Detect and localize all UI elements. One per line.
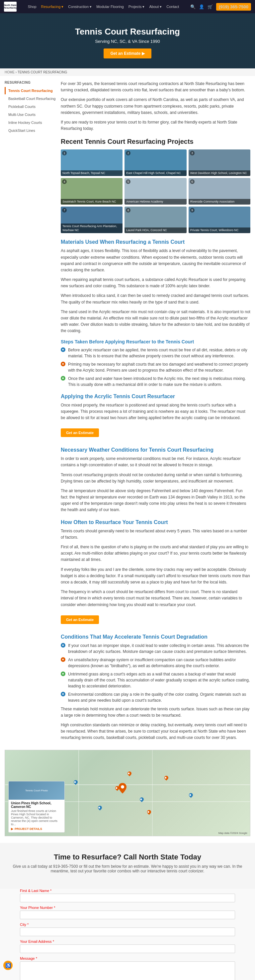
step-2-icon: ■	[61, 362, 65, 366]
condition-3: ■ Untrimmed grass along a court's edges …	[61, 671, 250, 689]
map-center-marker[interactable]	[118, 783, 126, 794]
project-label-4: SeaWatch Tennis Court, Kure Beach NC	[61, 199, 123, 205]
project-num-4: 4	[62, 179, 67, 184]
form-section: First & Last Name * Your Phone Number * …	[0, 889, 255, 980]
condition-4-icon: ■	[61, 692, 65, 697]
condition-1: ■ If your court has an improper slope, i…	[61, 643, 250, 655]
project-card-1[interactable]: 1 North Topsail Beach, Topsail NC	[61, 150, 123, 176]
projects-grid: 1 North Topsail Beach, Topsail NC 2 East…	[61, 150, 250, 233]
nav-modular[interactable]: Modular Flooring	[96, 5, 124, 9]
project-card-9[interactable]: 9 Private Tennis Court, Wilkesboro NC	[189, 207, 250, 233]
applying-p1: Once mixed properly, the resurfacer is p…	[61, 402, 250, 422]
breadcrumb-home[interactable]: HOME	[5, 70, 14, 74]
project-num-2: 2	[126, 151, 131, 156]
frequency-estimate-button[interactable]: Get an Estimate	[61, 616, 99, 624]
required-star-name: *	[50, 889, 51, 892]
map-pin-8[interactable]	[147, 809, 152, 815]
navbar: North StateResurfacing Shop Resurfacing …	[0, 0, 255, 13]
map-pin-5[interactable]	[188, 792, 194, 798]
conditions-footer-p1: These materials hold moisture and can de…	[61, 706, 250, 719]
condition-2: ■ An unsatisfactory drainage system or i…	[61, 657, 250, 669]
project-label-7: Tennis Court Resurfacing Arm Plantation,…	[61, 223, 123, 233]
accessibility-icon[interactable]: ♿	[3, 961, 13, 970]
city-label: City *	[20, 923, 235, 926]
project-card-6[interactable]: 6 Riverside Community Association	[189, 178, 250, 205]
cta-paragraph: Give us a call today at 919-365-7500 or …	[6, 864, 249, 873]
sidebar-item-pickleball[interactable]: Pickleball Courts	[5, 103, 56, 110]
frequency-p4: The frequency in which a court should be…	[61, 589, 250, 608]
condition-3-text: Untrimmed grass along a court's edges ac…	[68, 671, 250, 689]
frequency-p1: Tennis courts should generally need to b…	[61, 528, 250, 541]
required-star-email: *	[53, 940, 54, 943]
sidebar-item-hockey[interactable]: Inline Hockey Courts	[5, 119, 56, 126]
sidebar-item-tennis[interactable]: Tennis Court Resurfacing	[5, 87, 56, 94]
sidebar-item-quickstart[interactable]: QuickStart Lines	[5, 127, 56, 134]
cta-section: Time to Resurface? Call North State Toda…	[0, 843, 255, 889]
steps-list: ■ Before acrylic resurfacer can be appli…	[61, 347, 250, 388]
materials-p3: When introduced to silica sand, it can t…	[61, 293, 250, 305]
materials-p4: The sand used in the Acrylic resurfacer …	[61, 309, 250, 334]
required-star-phone: *	[54, 905, 55, 910]
form-row-name: First & Last Name *	[20, 889, 235, 902]
nav-about[interactable]: About ▾	[149, 5, 162, 9]
nav-contact[interactable]: Contact	[166, 5, 179, 9]
phone-number[interactable]: (919) 365-7500	[216, 3, 251, 11]
sidebar-item-multiuse[interactable]: Multi-Use Courts	[5, 111, 56, 118]
hero-cta-button[interactable]: Get an Estimate ▶	[104, 48, 151, 59]
intro-p2: Our extensive portfolio of work covers a…	[61, 97, 250, 116]
form-row-city: City *	[20, 923, 235, 936]
phone-label: Your Phone Number *	[20, 905, 235, 910]
form-row-phone: Your Phone Number *	[20, 905, 235, 919]
city-input[interactable]	[20, 928, 235, 936]
condition-3-icon: ■	[61, 671, 65, 676]
project-label-3: West Davidson High School, Lexington NC	[189, 170, 250, 177]
email-label: Your Email Address *	[20, 940, 235, 943]
map-attribution: Map data ©2024 Google	[218, 832, 247, 835]
project-card-5[interactable]: 5 American Hebrew Academy	[124, 178, 186, 205]
weather-p2: Tennis court resurfacing projects should…	[61, 472, 250, 485]
nav-construction[interactable]: Construction ▾	[68, 5, 92, 9]
nav-resurfacing[interactable]: Resurfacing ▾	[41, 5, 64, 9]
account-icon[interactable]: 👤	[199, 4, 204, 9]
project-card-7[interactable]: 7 Tennis Court Resurfacing Arm Plantatio…	[61, 207, 123, 233]
project-label-8: Laurel Park HOA, Concord NC	[124, 228, 186, 234]
condition-1-text: If your court has an improper slope, it …	[68, 643, 250, 655]
project-card-2[interactable]: 2 East Chapel Hill High School, Chapel N…	[124, 150, 186, 176]
step-1-icon: ■	[61, 347, 65, 352]
applying-estimate-button[interactable]: Get an Estimate	[61, 428, 99, 437]
project-num-3: 3	[190, 151, 194, 156]
nav-projects[interactable]: Projects ▾	[129, 5, 145, 9]
steps-heading: Steps Taken Before Applying Resurfacer t…	[61, 339, 250, 344]
map-pin-6[interactable]	[127, 771, 132, 776]
frequency-heading: How Often to Resurface Your Tennis Court	[61, 519, 250, 525]
message-textarea[interactable]	[20, 961, 235, 980]
project-card-8[interactable]: 8 Laurel Park HOA, Concord NC	[124, 207, 186, 233]
project-card-4[interactable]: 4 SeaWatch Tennis Court, Kure Beach NC	[61, 178, 123, 205]
project-label-6: Riverside Community Association	[189, 199, 250, 205]
search-icon[interactable]: 🔍	[190, 4, 196, 9]
weather-heading: Necessary Weather Conditions for Tennis …	[61, 447, 250, 453]
phone-input[interactable]	[20, 911, 235, 919]
cart-icon[interactable]: 🛒	[207, 4, 213, 9]
condition-4-text: Environmental conditions can play a role…	[68, 691, 250, 703]
map-popup-body: Union Pines High School, Cameron NC Just…	[9, 800, 64, 832]
project-num-8: 8	[126, 208, 131, 213]
conditions-footer-p2: High construction standards can minimize…	[61, 722, 250, 741]
project-label-5: American Hebrew Academy	[124, 199, 186, 205]
map-pin-4[interactable]	[163, 775, 169, 781]
sidebar-section-label: RESURFACING	[5, 81, 56, 84]
project-card-3[interactable]: 3 West Davidson High School, Lexington N…	[189, 150, 250, 176]
svg-point-0	[121, 785, 124, 788]
map-popup-image: Tennis Court Photo	[9, 781, 64, 800]
map-popup: Tennis Court Photo Union Pines High Scho…	[8, 781, 65, 832]
step-3: ■ Once the sand and water have been intr…	[61, 375, 250, 388]
logo: North StateResurfacing	[4, 2, 17, 12]
first-last-input[interactable]	[20, 894, 235, 902]
sidebar-item-basketball[interactable]: Basketball Court Resurfacing	[5, 95, 56, 102]
nav-shop[interactable]: Shop	[28, 5, 37, 9]
map-pin-7[interactable]	[97, 805, 103, 811]
email-input[interactable]	[20, 945, 235, 953]
map-container[interactable]: Tennis Court Photo Union Pines High Scho…	[5, 750, 250, 836]
map-popup-details-button[interactable]: ▶ PROJECT DETAILS	[11, 827, 62, 830]
project-num-9: 9	[190, 208, 194, 213]
